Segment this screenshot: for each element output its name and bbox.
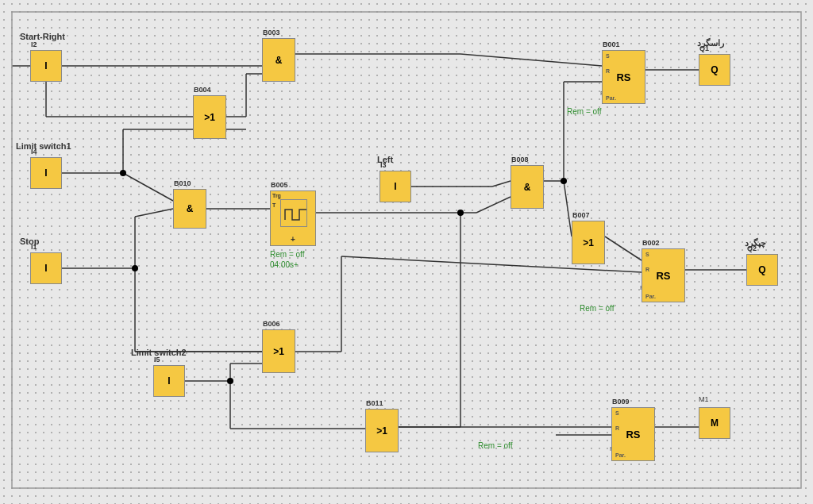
block-q2[interactable]: Q2 Q [746, 254, 778, 286]
block-b001[interactable]: B001 S R Par. RS [602, 50, 645, 104]
rem-off-b009: Rem = off [478, 441, 512, 450]
svg-line-13 [123, 173, 173, 201]
block-i4[interactable]: I4 I [30, 157, 62, 189]
block-q1-id: Q1 [699, 44, 709, 52]
svg-point-57 [132, 265, 138, 271]
svg-point-60 [561, 178, 567, 184]
block-b001-id: B001 [603, 40, 620, 48]
block-b009-s: S [615, 410, 619, 416]
block-b005-id: B005 [271, 181, 288, 189]
block-q1-label: Q [711, 64, 718, 75]
block-i2[interactable]: I2 I [30, 50, 62, 82]
svg-point-58 [227, 378, 233, 384]
block-b007[interactable]: B007 >1 [572, 221, 605, 264]
block-b007-id: B007 [572, 211, 590, 219]
block-b002-label: RS [656, 270, 670, 282]
group-label-limit1: Limit switch1 [16, 141, 71, 151]
block-b004-label: >1 [204, 112, 215, 123]
block-m1-id-label: M1 [699, 395, 709, 403]
svg-line-35 [605, 237, 642, 260]
svg-point-56 [120, 170, 126, 176]
block-b010-label: & [187, 203, 194, 214]
block-b002-par: Par. [645, 294, 656, 299]
block-b011[interactable]: B011 >1 [365, 409, 399, 452]
svg-line-30 [476, 197, 511, 213]
block-b003-label: & [275, 55, 283, 66]
block-b006-label: >1 [273, 346, 284, 357]
svg-line-34 [564, 181, 572, 237]
rem-off-b005: Rem = off [270, 250, 304, 259]
svg-line-3 [460, 54, 602, 66]
block-b001-r: R [606, 68, 610, 74]
block-b003-id: B003 [263, 29, 280, 37]
block-b005-trg-label: Trg [272, 193, 281, 198]
block-b002-id: B002 [642, 239, 660, 247]
block-b010-id: B010 [174, 179, 191, 187]
svg-line-28 [492, 181, 511, 187]
block-i1-id: I1 [31, 243, 37, 251]
block-b002-r: R [645, 267, 649, 272]
block-b004[interactable]: B004 >1 [193, 95, 226, 139]
block-i3[interactable]: I3 I [380, 171, 411, 202]
group-label-start-right: Start-Right [20, 32, 65, 41]
block-q2-id: Q2 [747, 244, 757, 252]
block-i2-label: I [44, 60, 47, 71]
block-b009-label: RS [626, 429, 640, 441]
block-b001-s: S [606, 53, 610, 59]
block-b006-id: B006 [263, 320, 280, 328]
block-i3-label: I [394, 181, 396, 192]
block-m1-label: M [711, 417, 719, 429]
block-b001-label: RS [616, 71, 630, 83]
block-b005[interactable]: B005 Trg T + [270, 190, 316, 246]
block-i1[interactable]: I1 I [30, 252, 62, 284]
block-i2-id: I2 [31, 40, 37, 48]
block-b010[interactable]: B010 & [173, 189, 206, 229]
svg-line-16 [135, 209, 173, 217]
rem-off-b001: Rem = off [567, 107, 601, 116]
block-b005-plus: + [291, 235, 295, 244]
block-b005-t-label: T [272, 202, 275, 208]
block-q1[interactable]: Q1 Q [699, 54, 730, 86]
block-b009-id: B009 [612, 398, 630, 406]
block-b001-par: Par. [606, 95, 616, 101]
block-b007-label: >1 [583, 237, 594, 248]
block-b009-r: R [615, 425, 619, 431]
block-b008-id: B008 [511, 156, 529, 164]
block-b004-id: B004 [194, 86, 211, 94]
block-b006[interactable]: B006 >1 [262, 329, 295, 373]
block-i4-label: I [44, 167, 47, 179]
block-i3-id: I3 [380, 161, 387, 169]
block-i1-label: I [44, 263, 47, 274]
block-q2-label: Q [758, 264, 765, 275]
block-i4-id: I4 [31, 148, 37, 156]
block-m1[interactable]: M [699, 407, 730, 439]
time-val-b005: 04:00s+ [270, 260, 299, 269]
block-b002[interactable]: B002 S R Par. RS [642, 248, 685, 302]
block-b011-id: B011 [366, 399, 383, 407]
wires-layer: S R Par. [0, 0, 813, 504]
block-b008-label: & [524, 182, 531, 193]
block-b009-par: Par. [615, 452, 626, 458]
block-b008[interactable]: B008 & [511, 165, 544, 209]
block-b002-s: S [645, 252, 649, 257]
diagram-canvas: S R Par. [0, 0, 813, 504]
block-i5-label: I [168, 375, 170, 387]
block-b009[interactable]: B009 S R Par. RS [611, 407, 655, 461]
block-i5-id: I5 [154, 356, 160, 364]
block-b011-label: >1 [376, 425, 387, 437]
svg-point-59 [457, 210, 464, 216]
block-i5[interactable]: I5 I [153, 365, 185, 397]
rem-off-b002: Rem = off [580, 304, 614, 313]
block-b003[interactable]: B003 & [262, 38, 295, 82]
